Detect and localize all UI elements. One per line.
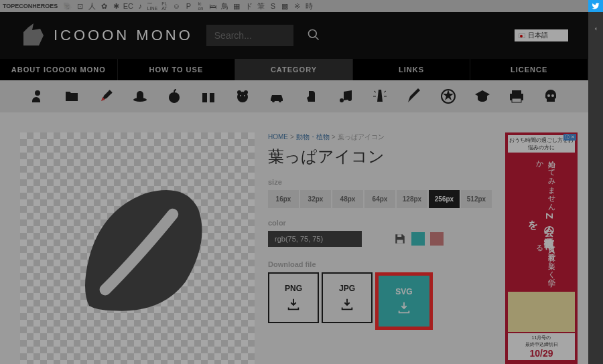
- topbar-icon[interactable]: 〰LINE: [147, 1, 157, 11]
- color-input[interactable]: [268, 231, 362, 247]
- topbar-icon[interactable]: icon: [195, 1, 206, 11]
- leaf-icon: [57, 169, 218, 330]
- topbar-icon[interactable]: EC: [123, 1, 133, 11]
- svg-point-11: [240, 95, 241, 96]
- topbar-icon[interactable]: ▩: [279, 1, 290, 11]
- topbar-icon[interactable]: 鳥: [219, 1, 230, 11]
- topbar-icon[interactable]: ✱: [111, 1, 121, 11]
- svg-point-22: [551, 94, 554, 97]
- size-48px[interactable]: 48px: [332, 190, 363, 208]
- download-jpg[interactable]: JPG: [322, 272, 373, 323]
- color-label: color: [268, 219, 492, 227]
- svg-rect-24: [397, 234, 401, 237]
- topbar-icon[interactable]: 時: [304, 1, 314, 11]
- bear-icon[interactable]: [233, 87, 252, 106]
- icon-preview: [20, 132, 255, 364]
- topbar-icon[interactable]: S: [267, 1, 278, 11]
- topbar-icon[interactable]: 🐘: [62, 1, 73, 11]
- person-icon[interactable]: [28, 87, 47, 106]
- svg-point-13: [272, 100, 275, 102]
- svg-point-14: [279, 100, 281, 102]
- drawer-toggle[interactable]: [588, 12, 603, 364]
- size-options: 16px32px48px64px128px256px512px: [268, 190, 492, 208]
- crumb-category[interactable]: 動物・植物: [296, 133, 330, 141]
- advertisement[interactable]: ⓘ ✕ おうち時間の過ごし方をお悩みの方に 始めてみませんか Z会の通信教育を …: [505, 132, 578, 364]
- glove-icon[interactable]: [302, 87, 321, 106]
- crumb-current: 葉っぱアイコン: [338, 133, 385, 141]
- svg-rect-7: [207, 93, 210, 102]
- nav-links[interactable]: LINKS: [353, 59, 471, 80]
- graduation-icon[interactable]: [473, 87, 492, 106]
- topbar-icon[interactable]: ⊡: [74, 1, 85, 11]
- breadcrumb: HOME>動物・植物>葉っぱアイコン: [268, 132, 492, 142]
- lighthouse-icon[interactable]: [371, 87, 389, 106]
- svg-rect-20: [512, 98, 521, 102]
- size-256px[interactable]: 256px: [429, 190, 460, 208]
- nav-category[interactable]: CATEGORY: [235, 59, 353, 80]
- size-512px[interactable]: 512px: [461, 190, 492, 208]
- topbar-icon[interactable]: P: [183, 1, 194, 11]
- size-32px[interactable]: 32px: [300, 190, 331, 208]
- folder-icon[interactable]: [62, 87, 81, 106]
- svg-rect-18: [512, 90, 521, 94]
- topbar-brand: TOPECONHEROES: [3, 3, 58, 9]
- size-label: size: [268, 178, 492, 186]
- size-16px[interactable]: 16px: [268, 190, 299, 208]
- topbar-icon[interactable]: 人: [86, 1, 97, 11]
- download-svg[interactable]: SVG: [375, 272, 433, 330]
- category-iconbar: [0, 80, 588, 112]
- unicorn-icon: [20, 22, 47, 49]
- printer-icon[interactable]: [507, 87, 526, 106]
- apple-icon[interactable]: [165, 87, 184, 106]
- topbar-icon[interactable]: ド: [243, 1, 254, 11]
- size-128px[interactable]: 128px: [397, 190, 427, 208]
- swatch-teal[interactable]: [411, 232, 425, 246]
- music-icon[interactable]: [336, 87, 355, 106]
- header: ICOOON MONO 日本語: [0, 12, 588, 59]
- topbar: TOPECONHEROES 🐘 ⊡ 人 ✿ ✱ EC ♪ 〰LINE FLAT …: [0, 0, 603, 12]
- search-input[interactable]: [206, 25, 293, 46]
- nav-how-to-use[interactable]: HOW TO USE: [118, 59, 236, 80]
- svg-rect-23: [397, 240, 403, 244]
- flag-jp-icon: [519, 33, 525, 38]
- svg-marker-0: [23, 23, 44, 46]
- svg-point-3: [35, 90, 40, 96]
- size-64px[interactable]: 64px: [364, 190, 395, 208]
- language-select[interactable]: 日本語: [515, 29, 568, 41]
- content: HOME>動物・植物>葉っぱアイコン 葉っぱアイコン size 16px32px…: [0, 112, 588, 364]
- skull-icon[interactable]: [541, 87, 560, 106]
- crumb-home[interactable]: HOME: [268, 133, 288, 141]
- main-nav: ABOUT ICOOON MONOHOW TO USECATEGORYLINKS…: [0, 59, 588, 80]
- nav-about-icooon-mono[interactable]: ABOUT ICOOON MONO: [0, 59, 118, 80]
- topbar-icon[interactable]: ▦: [231, 1, 242, 11]
- logo[interactable]: ICOOON MONO: [20, 22, 193, 49]
- svg-point-15: [340, 98, 344, 102]
- topbar-icon[interactable]: ✿: [98, 1, 109, 11]
- search-button[interactable]: [307, 28, 320, 43]
- badge-icon[interactable]: [439, 87, 458, 106]
- hat-icon[interactable]: [131, 87, 149, 106]
- pencil-icon[interactable]: [405, 87, 423, 106]
- page-title: 葉っぱアイコン: [268, 146, 492, 167]
- svg-line-2: [315, 36, 318, 39]
- gift-icon[interactable]: [199, 87, 218, 106]
- topbar-icon[interactable]: ♪: [135, 1, 145, 11]
- topbar-icon[interactable]: ☺: [171, 1, 182, 11]
- topbar-icon[interactable]: 筆: [255, 1, 266, 11]
- twitter-link[interactable]: [588, 0, 603, 12]
- download-png[interactable]: PNG: [268, 272, 319, 323]
- car-icon[interactable]: [267, 87, 286, 106]
- topbar-icon[interactable]: FLAT: [159, 1, 170, 11]
- logo-text: ICOOON MONO: [54, 27, 193, 44]
- nav-licence[interactable]: LICENCE: [470, 59, 588, 80]
- svg-point-12: [244, 95, 245, 96]
- save-icon[interactable]: [394, 233, 406, 245]
- svg-point-21: [547, 94, 550, 97]
- syringe-icon[interactable]: [96, 87, 115, 106]
- svg-point-10: [237, 92, 248, 102]
- ad-close-icon[interactable]: ⓘ ✕: [563, 134, 576, 141]
- svg-point-16: [348, 97, 352, 101]
- swatch-pink[interactable]: [430, 232, 444, 246]
- topbar-icon[interactable]: 🛏: [207, 1, 218, 11]
- topbar-icon[interactable]: ※: [291, 1, 302, 11]
